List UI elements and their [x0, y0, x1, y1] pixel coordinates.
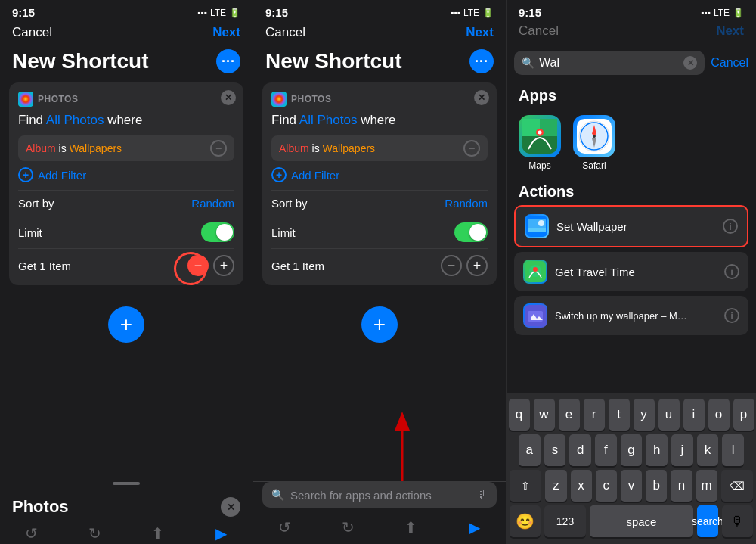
key-s[interactable]: s	[544, 434, 566, 466]
safari-app-icon	[573, 115, 615, 157]
switch-wallpaper-name: Switch up my wallpaper – Matthew Cassine…	[555, 310, 691, 322]
svg-marker-3	[395, 412, 410, 431]
next-button-1[interactable]: Next	[212, 25, 240, 40]
bottom-refresh-icon-2[interactable]: ↻	[337, 517, 358, 538]
key-f[interactable]: f	[595, 434, 617, 466]
wallpaper-icon	[525, 214, 549, 238]
limit-row-2[interactable]: Limit	[271, 216, 488, 248]
cancel-button-1[interactable]: Cancel	[12, 25, 52, 40]
status-time-1: 9:15	[12, 6, 35, 19]
filter-text-1: Album is Wallpapers	[26, 142, 122, 154]
action-item-set-wallpaper[interactable]: Set Wallpaper i	[514, 205, 748, 247]
keyboard-row-1: q w e r t y u i o p	[510, 399, 753, 431]
key-q[interactable]: q	[509, 399, 530, 431]
key-123[interactable]: 123	[544, 505, 586, 537]
status-time-right: 9:15	[519, 6, 541, 19]
key-x[interactable]: x	[571, 470, 592, 502]
action-card-2: ✕ PHOTOS Find A	[262, 82, 497, 285]
cancel-button-2[interactable]: Cancel	[265, 25, 305, 40]
key-a[interactable]: a	[519, 434, 541, 466]
sort-row-1[interactable]: Sort by Random	[18, 190, 234, 216]
limit-toggle-2[interactable]	[454, 222, 488, 242]
apps-grid: Maps Safari	[507, 109, 756, 180]
key-shift[interactable]: ⇧	[510, 470, 541, 502]
key-h[interactable]: h	[646, 434, 668, 466]
add-filter-row-2[interactable]: + Add Filter	[271, 167, 488, 182]
key-d[interactable]: d	[569, 434, 591, 466]
key-u[interactable]: u	[658, 399, 680, 431]
action-item-switch-wallpaper[interactable]: Switch up my wallpaper – Matthew Cassine…	[514, 296, 748, 335]
bottom-play-icon-2[interactable]: ▶	[463, 517, 485, 538]
search-cancel-button[interactable]: Cancel	[711, 56, 748, 70]
key-m[interactable]: m	[696, 470, 717, 502]
action-item-left-travel: Get Travel Time	[523, 260, 635, 284]
key-l[interactable]: l	[722, 434, 744, 466]
limit-toggle-1[interactable]	[201, 222, 234, 242]
action-item-travel-time[interactable]: Get Travel Time i	[514, 252, 748, 291]
key-e[interactable]: e	[559, 399, 580, 431]
page-title-1: New Shortcut	[12, 49, 148, 73]
key-w[interactable]: w	[534, 399, 555, 431]
stepper-minus-1[interactable]: −	[187, 255, 209, 276]
search-bar-2[interactable]: 🔍 Search for apps and actions 🎙	[262, 482, 497, 508]
photos-bottom-close-1[interactable]: ✕	[221, 497, 240, 517]
add-fab-1[interactable]: +	[108, 306, 144, 343]
card-header-1: PHOTOS	[18, 92, 234, 107]
key-emoji[interactable]: 😊	[510, 505, 541, 537]
key-search[interactable]: search	[697, 505, 718, 537]
set-wallpaper-info-button[interactable]: i	[723, 219, 738, 234]
signal-icon-1: ▪▪▪	[197, 8, 207, 18]
stepper-minus-2[interactable]: −	[441, 255, 462, 276]
filter-minus-1[interactable]: −	[210, 140, 227, 157]
bottom-back-icon-2[interactable]: ↺	[274, 517, 296, 538]
status-icons-right: ▪▪▪ LTE 🔋	[701, 8, 744, 18]
key-c[interactable]: c	[596, 470, 617, 502]
next-button-2[interactable]: Next	[466, 25, 494, 40]
add-filter-row-1[interactable]: + Add Filter	[18, 167, 234, 182]
filter-row-1[interactable]: Album is Wallpapers −	[18, 135, 234, 161]
app-item-maps[interactable]: Maps	[519, 115, 561, 171]
key-n[interactable]: n	[671, 470, 692, 502]
bottom-nav-icons-2: ↺ ↻ ⬆ ▶	[253, 514, 506, 544]
key-backspace[interactable]: ⌫	[721, 470, 753, 502]
bottom-share-icon-1[interactable]: ⬆	[147, 523, 169, 544]
key-v[interactable]: v	[621, 470, 642, 502]
key-mic[interactable]: 🎙	[722, 505, 753, 537]
stepper-plus-1[interactable]: +	[213, 255, 234, 276]
travel-time-info-button[interactable]: i	[724, 264, 739, 279]
key-r[interactable]: r	[584, 399, 605, 431]
key-j[interactable]: j	[671, 434, 693, 466]
switch-wallpaper-info-button[interactable]: i	[724, 308, 739, 323]
bottom-back-icon-1[interactable]: ↺	[21, 523, 42, 544]
bottom-share-icon-2[interactable]: ⬆	[401, 517, 422, 538]
sort-row-2[interactable]: Sort by Random	[271, 190, 488, 216]
key-z[interactable]: z	[545, 470, 566, 502]
key-k[interactable]: k	[697, 434, 719, 466]
key-space[interactable]: space	[590, 505, 693, 537]
key-b[interactable]: b	[646, 470, 667, 502]
more-button-2[interactable]: ···	[469, 49, 494, 73]
more-button-1[interactable]: ···	[216, 49, 240, 73]
filter-row-2[interactable]: Album is Wallpapers −	[271, 135, 488, 161]
limit-row-1[interactable]: Limit	[18, 216, 234, 248]
key-p[interactable]: p	[733, 399, 754, 431]
photos-app-label-1: PHOTOS	[38, 94, 78, 104]
card-close-2[interactable]: ✕	[474, 90, 489, 105]
maps-app-icon	[519, 115, 561, 157]
app-item-safari[interactable]: Safari	[573, 115, 615, 171]
status-bar-1: 9:15 ▪▪▪ LTE 🔋	[0, 0, 253, 22]
stepper-plus-2[interactable]: +	[466, 255, 488, 276]
key-y[interactable]: y	[634, 399, 655, 431]
key-o[interactable]: o	[708, 399, 730, 431]
bottom-refresh-icon-1[interactable]: ↻	[84, 523, 105, 544]
filter-minus-2[interactable]: −	[463, 140, 480, 157]
key-t[interactable]: t	[609, 399, 630, 431]
key-g[interactable]: g	[621, 434, 643, 466]
key-i[interactable]: i	[683, 399, 705, 431]
bottom-play-icon-1[interactable]: ▶	[210, 523, 231, 544]
search-field-right[interactable]: 🔍 Wal ✕	[514, 51, 705, 75]
photos-bottom-title-1: Photos ✕	[0, 488, 253, 523]
add-fab-2[interactable]: +	[361, 306, 398, 343]
search-clear-button[interactable]: ✕	[683, 56, 697, 70]
card-close-1[interactable]: ✕	[221, 90, 236, 105]
